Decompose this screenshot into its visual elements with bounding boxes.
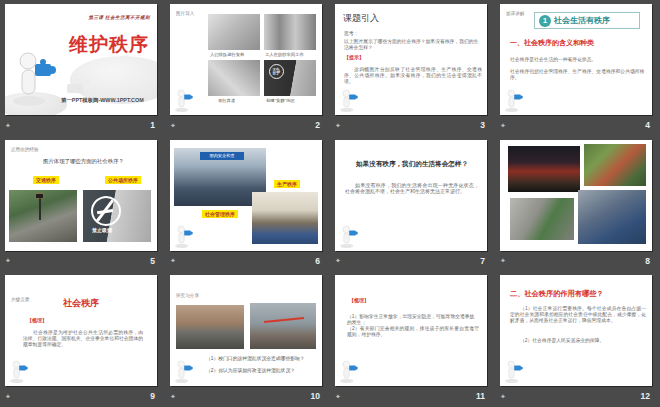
- body-line: 社会秩序是社会生活的一种有序化状态。: [510, 56, 646, 62]
- slide-number: 7: [480, 256, 487, 266]
- slide-title: 如果没有秩序，我们的生活将会怎样？: [349, 160, 475, 169]
- section-number-circle: 1: [539, 15, 551, 27]
- photo-no-smoking-hall: 禁止吸烟: [83, 190, 151, 242]
- photo-school-gate-chaos-1: [176, 305, 244, 349]
- slide-cell-8: ✦8: [495, 136, 660, 272]
- answer-line: （2）社会秩序是人民安居乐业的保障。: [510, 337, 646, 343]
- slide-cell-4: 新课讲解 1 社会生活有秩序 一、社会秩序的含义和种类 社会秩序是社会生活的一种…: [495, 0, 660, 136]
- ppt-logo-figure: [174, 359, 196, 383]
- hint-label: 【提示】: [344, 54, 364, 60]
- photo-motorbike-crowd: [578, 190, 646, 244]
- slide-thumbnail-6[interactable]: 国内安全检查 社会管理秩序 生产秩序: [170, 140, 322, 251]
- slide-thumbnail-10[interactable]: 探究与分享 （1）校门口的这种混乱状况会造成哪些影响？ （2）你认为应该如何改变…: [170, 275, 322, 386]
- photo-quiet-ward: 静: [264, 60, 316, 96]
- ppt-logo-figure: [174, 88, 196, 112]
- section-heading: 二、社会秩序的作用有哪些？: [510, 289, 603, 299]
- slide-number: 6: [315, 256, 322, 266]
- slide-cell-3: 课题引入 思考： 以上图片展示了哪些方面的社会秩序？如果没有秩序，我们的生活将会…: [330, 0, 495, 136]
- slide-number: 4: [645, 120, 652, 130]
- slide-title: 维护秩序: [69, 32, 149, 58]
- answer-line: （1）影响学生正常放学，出现安全隐患，可能导致交通事故的发生；: [347, 313, 479, 325]
- site-watermark: 第一PPT模板网-WWW.1PPT.COM: [61, 97, 144, 104]
- slide-thumbnail-2[interactable]: 图片导入 人们排队进行安检 工人在纺纱车间工作 静 各行其道 创建"安静"病区: [170, 4, 322, 115]
- hint-text: 这四幅图片分别反映了社会管理秩序、生产秩序、交通秩序、公共场所秩序。如果没有秩序…: [344, 66, 482, 84]
- slide-number: 12: [641, 391, 652, 401]
- slide-cell-7: 如果没有秩序，我们的生活将会怎样？ 如果没有秩序，我们的生活将会出现一种无序化状…: [330, 136, 495, 272]
- transition-star-icon: ✦: [5, 122, 11, 129]
- answer-line: （1）社会正常运行需要秩序。每个社会成员在各自占据一定的社会资源和承担相应的社会…: [510, 305, 646, 323]
- slide-thumbnail-5[interactable]: 运用你的经验 图片体现了哪些方面的社会秩序？ 交通秩序 公共场所秩序 禁止吸烟: [5, 140, 157, 251]
- slide-thumbnail-8[interactable]: [500, 140, 652, 251]
- transition-star-icon: ✦: [500, 122, 506, 129]
- slide-sorter-grid: 第三课 社会生活离不开规则 维护秩序 第一PPT模板网-WWW.1PPT.COM…: [0, 0, 660, 407]
- slide-thumbnail-7[interactable]: 如果没有秩序，我们的生活将会怎样？ 如果没有秩序，我们的生活将会出现一种无序化状…: [335, 140, 487, 251]
- slide-cell-5: 运用你的经验 图片体现了哪些方面的社会秩序？ 交通秩序 公共场所秩序 禁止吸烟 …: [0, 136, 165, 272]
- ppt-logo-figure: [339, 224, 361, 248]
- tag-social-management-order: 社会管理秩序: [202, 210, 238, 218]
- question-text: 以上图片展示了哪些方面的社会秩序？如果没有秩序，我们的生活将会怎样？: [344, 38, 482, 50]
- ppt-logo-figure: [9, 359, 31, 383]
- slide-cell-1: 第三课 社会生活离不开规则 维护秩序 第一PPT模板网-WWW.1PPT.COM…: [0, 0, 165, 136]
- transition-star-icon: ✦: [5, 393, 11, 400]
- slide-thumbnail-4[interactable]: 新课讲解 1 社会生活有秩序 一、社会秩序的含义和种类 社会秩序是社会生活的一种…: [500, 4, 652, 115]
- transition-star-icon: ✦: [335, 393, 341, 400]
- slide-cell-10: 探究与分享 （1）校门口的这种混乱状况会造成哪些影响？ （2）你认为应该如何改变…: [165, 271, 330, 407]
- answer-line: （2）有关部门完善相关的规则，接送孩子的家长要自觉遵守规则，维护秩序。: [347, 325, 479, 337]
- slide-number: 2: [315, 120, 322, 130]
- tag-public-place-order: 公共场所秩序: [105, 176, 141, 184]
- photo-crowded-train: [508, 146, 580, 192]
- photo-caption: 人们排队进行安检: [210, 52, 244, 57]
- security-sign: 国内安全检查: [200, 152, 244, 160]
- slide-number: 3: [480, 120, 487, 130]
- ppt-logo-figure: [504, 359, 526, 383]
- transition-star-icon: ✦: [170, 257, 176, 264]
- section-heading: 一、社会秩序的含义和种类: [510, 38, 594, 48]
- traffic-light: [36, 194, 43, 198]
- ppt-logo-figure: [339, 88, 361, 112]
- photo-traffic-light-street: [9, 190, 77, 242]
- body-line: 社会秩序包括社会管理秩序、生产秩序、交通秩序和公共场所秩序。: [510, 68, 646, 80]
- slide-thumbnail-11[interactable]: 【梳理】 （1）影响学生正常放学，出现安全隐患，可能导致交通事故的发生； （2）…: [335, 275, 487, 386]
- photo-caption: 创建"安静"病区: [266, 98, 295, 103]
- corner-label: 图片导入: [176, 11, 194, 16]
- slide-cell-9: 关键点拨 社会秩序 【梳理】 社会秩序是为维护社会公共生活所必需的秩序，由法律、…: [0, 271, 165, 407]
- transition-star-icon: ✦: [170, 122, 176, 129]
- slide-cell-6: 国内安全检查 社会管理秩序 生产秩序 ✦6: [165, 136, 330, 272]
- body-text: 社会秩序是为维护社会公共生活所必需的秩序，由法律、行政法规、国家机关、企业事业单…: [23, 329, 143, 347]
- question-line: （2）你认为应该如何改变这种混乱状况？: [206, 367, 295, 373]
- ppt-logo-figure: [11, 48, 63, 106]
- corner-label: 新课讲解: [506, 11, 524, 16]
- photo-crowded-market: [584, 144, 646, 186]
- transition-star-icon: ✦: [500, 393, 506, 400]
- puzzle-piece-graphic: [67, 84, 83, 93]
- photo-caption: 各行其道: [218, 98, 235, 103]
- slide-thumbnail-9[interactable]: 关键点拨 社会秩序 【梳理】 社会秩序是为维护社会公共生活所必需的秩序，由法律、…: [5, 275, 157, 386]
- slide-thumbnail-1[interactable]: 第三课 社会生活离不开规则 维护秩序 第一PPT模板网-WWW.1PPT.COM: [5, 4, 157, 115]
- slide-title: 社会秩序: [5, 297, 157, 310]
- slide-cell-11: 【梳理】 （1）影响学生正常放学，出现安全隐患，可能导致交通事故的发生； （2）…: [330, 271, 495, 407]
- photo-intersection: [208, 60, 260, 96]
- corner-label: 运用你的经验: [11, 147, 39, 152]
- slide-thumbnail-3[interactable]: 课题引入 思考： 以上图片展示了哪些方面的社会秩序？如果没有秩序，我们的生活将会…: [335, 4, 487, 115]
- photo-security-queue: [208, 14, 260, 50]
- hint-label: 【梳理】: [27, 317, 47, 323]
- slide-meta-strip: ✦ 1: [5, 117, 157, 133]
- transition-star-icon: ✦: [170, 393, 176, 400]
- slide-number: 11: [476, 391, 487, 401]
- tag-traffic-order: 交通秩序: [33, 176, 59, 184]
- slide-number: 5: [150, 256, 157, 266]
- question-text: 图片体现了哪些方面的社会秩序？: [43, 158, 124, 165]
- transition-star-icon: ✦: [335, 122, 341, 129]
- slide-cell-2: 图片导入 人们排队进行安检 工人在纺纱车间工作 静 各行其道 创建"安静"病区 …: [165, 0, 330, 136]
- no-smoking-text: 禁止吸烟: [92, 227, 112, 233]
- slide-cell-12: 二、社会秩序的作用有哪些？ （1）社会正常运行需要秩序。每个社会成员在各自占据一…: [495, 271, 660, 407]
- slide-number: 9: [150, 391, 157, 401]
- ppt-logo-figure: [504, 88, 526, 112]
- hint-label: 【梳理】: [349, 297, 369, 303]
- think-label: 思考：: [344, 30, 358, 36]
- no-smoking-icon: [89, 194, 123, 228]
- photo-school-gate-chaos-2: [250, 303, 316, 349]
- slide-title: 课题引入: [343, 12, 379, 25]
- slide-thumbnail-12[interactable]: 二、社会秩序的作用有哪些？ （1）社会正常运行需要秩序。每个社会成员在各自占据一…: [500, 275, 652, 386]
- section-badge: 1 社会生活有秩序: [534, 12, 640, 29]
